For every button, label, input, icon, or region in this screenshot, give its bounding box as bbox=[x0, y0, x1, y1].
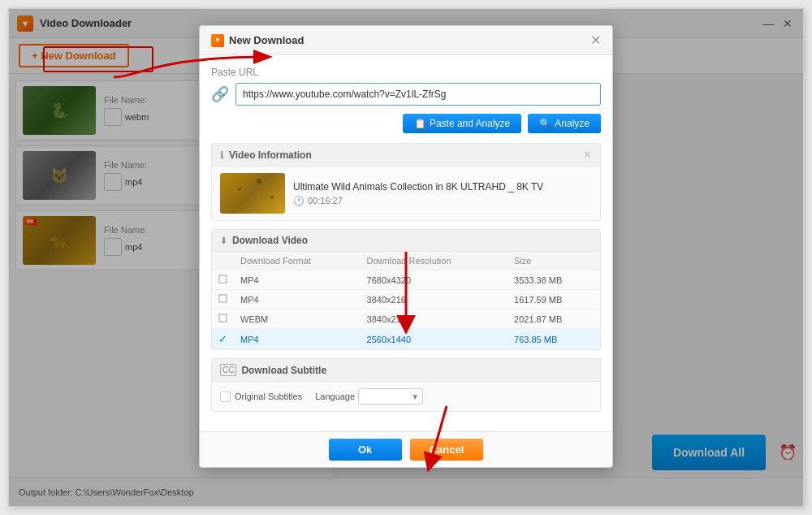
size-cell: 763.85 MB bbox=[508, 329, 600, 350]
resolution-cell: 3840x21 bbox=[361, 309, 508, 329]
download-icon: ⬇ bbox=[220, 236, 227, 246]
subtitle-content: Original Subtitles Language ▼ bbox=[212, 382, 600, 411]
dialog-title-bar: ▼ New Download ✕ bbox=[200, 26, 612, 55]
language-dropdown[interactable]: ▼ bbox=[358, 388, 423, 405]
video-thumbnail-spots bbox=[220, 173, 285, 214]
url-input[interactable] bbox=[235, 83, 601, 106]
video-metadata: Ultimate Wild Animals Collection in 8K U… bbox=[293, 181, 543, 206]
radio-dot bbox=[218, 275, 227, 283]
dialog-footer: Ok Cancel bbox=[200, 431, 612, 467]
app-window: ▼ Video Downloader — ✕ + New Download 🐍 … bbox=[8, 8, 804, 507]
paste-and-analyze-label: Paste and Analyze bbox=[430, 118, 510, 129]
ok-button[interactable]: Ok bbox=[329, 439, 402, 461]
radio-cell[interactable] bbox=[212, 309, 234, 329]
dialog-icon: ▼ bbox=[211, 34, 224, 47]
paste-url-label: Paste URL bbox=[211, 67, 601, 78]
dialog-title: New Download bbox=[229, 34, 590, 46]
radio-cell[interactable] bbox=[212, 290, 234, 309]
url-icon: 🔗 bbox=[211, 85, 229, 103]
video-title: Ultimate Wild Animals Collection in 8K U… bbox=[293, 181, 543, 193]
video-duration: 🕐 00:16:27 bbox=[293, 196, 543, 206]
original-subtitles-checkbox[interactable] bbox=[220, 392, 231, 402]
dialog-body: Paste URL 🔗 📋 Paste and Analyze 🔍 Analyz… bbox=[200, 55, 612, 431]
clipboard-icon: 📋 bbox=[414, 118, 426, 129]
language-label: Language bbox=[315, 392, 355, 401]
paste-and-analyze-button[interactable]: 📋 Paste and Analyze bbox=[403, 114, 521, 133]
radio-cell[interactable]: ✓ bbox=[212, 329, 234, 350]
video-info-content: Ultimate Wild Animals Collection in 8K U… bbox=[212, 167, 600, 220]
table-row[interactable]: WEBM 3840x21 2021.87 MB bbox=[212, 309, 600, 329]
subtitle-title: Download Subtitle bbox=[241, 365, 326, 376]
subtitle-section: CC Download Subtitle Original Subtitles … bbox=[211, 358, 601, 412]
table-row[interactable]: ✓ MP4 2560x1440 763.85 MB bbox=[212, 329, 600, 350]
radio-checked-icon: ✓ bbox=[218, 333, 227, 345]
analyze-button[interactable]: 🔍 Analyze bbox=[528, 114, 601, 133]
video-info-title: Video Information bbox=[229, 149, 312, 161]
dialog-close-button[interactable]: ✕ bbox=[590, 32, 601, 48]
action-buttons: 📋 Paste and Analyze 🔍 Analyze bbox=[211, 114, 601, 133]
size-cell: 2021.87 MB bbox=[508, 309, 600, 329]
download-video-title: Download Video bbox=[232, 235, 308, 246]
duration-value: 00:16:27 bbox=[308, 196, 343, 206]
chevron-down-icon: ▼ bbox=[411, 392, 419, 401]
table-row[interactable]: MP4 3840x216 1617.59 MB bbox=[212, 290, 600, 309]
format-cell: MP4 bbox=[234, 270, 361, 290]
video-thumbnail bbox=[220, 173, 285, 214]
radio-cell[interactable] bbox=[212, 270, 234, 290]
col-size-header: Size bbox=[508, 252, 600, 270]
table-row[interactable]: MP4 7680x4320 3533.38 MB bbox=[212, 270, 600, 290]
url-row: 🔗 bbox=[211, 83, 601, 106]
cc-icon: CC bbox=[220, 364, 236, 376]
original-subtitles-check[interactable]: Original Subtitles bbox=[220, 392, 302, 402]
cancel-button[interactable]: Cancel bbox=[410, 439, 484, 461]
search-icon: 🔍 bbox=[539, 118, 551, 129]
col-resolution-header: Download Resolution bbox=[361, 252, 508, 270]
resolution-cell: 3840x216 bbox=[361, 290, 508, 309]
video-info-close-button[interactable]: ✕ bbox=[583, 149, 592, 161]
table-header-row: Download Format Download Resolution Size bbox=[212, 252, 600, 270]
language-select: Language ▼ bbox=[315, 388, 423, 405]
language-select-input[interactable] bbox=[364, 392, 406, 401]
format-cell: MP4 bbox=[234, 329, 361, 350]
size-cell: 3533.38 MB bbox=[508, 270, 600, 290]
subtitle-header: CC Download Subtitle bbox=[212, 359, 600, 382]
format-table-wrap: Download Format Download Resolution Size… bbox=[212, 252, 600, 349]
download-video-section: ⬇ Download Video Download Format Downloa… bbox=[211, 229, 601, 350]
clock-icon: 🕐 bbox=[293, 196, 304, 206]
radio-dot bbox=[218, 314, 227, 322]
format-cell: MP4 bbox=[234, 290, 361, 309]
resolution-cell: 7680x4320 bbox=[361, 270, 508, 290]
size-cell: 1617.59 MB bbox=[508, 290, 600, 309]
resolution-cell: 2560x1440 bbox=[361, 329, 508, 350]
format-table: Download Format Download Resolution Size… bbox=[212, 252, 600, 349]
info-icon: ℹ bbox=[220, 149, 224, 161]
new-download-dialog: ▼ New Download ✕ Paste URL 🔗 📋 Paste and… bbox=[199, 25, 613, 468]
col-format-header: Download Format bbox=[234, 252, 361, 270]
format-cell: WEBM bbox=[234, 309, 361, 329]
download-video-header: ⬇ Download Video bbox=[212, 230, 600, 252]
video-info-section: ℹ Video Information ✕ Ultimate Wild Anim… bbox=[211, 143, 601, 221]
modal-overlay: ▼ New Download ✕ Paste URL 🔗 📋 Paste and… bbox=[9, 9, 803, 506]
radio-dot bbox=[218, 294, 227, 303]
col-select bbox=[212, 252, 234, 270]
analyze-label: Analyze bbox=[555, 118, 590, 129]
video-info-header: ℹ Video Information ✕ bbox=[212, 144, 600, 167]
original-subtitles-label: Original Subtitles bbox=[235, 392, 302, 401]
